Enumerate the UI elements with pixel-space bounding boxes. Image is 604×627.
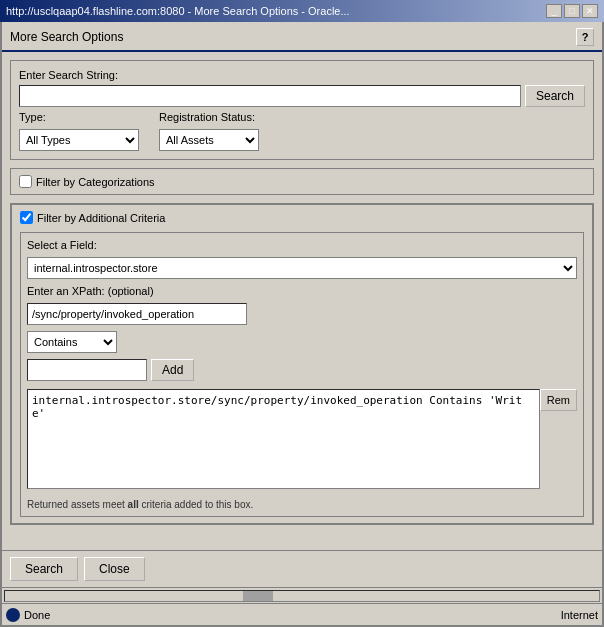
criteria-note: Returned assets meet all criteria added … bbox=[27, 499, 577, 510]
status-text: Done bbox=[24, 609, 50, 621]
status-bar: Done Internet bbox=[2, 603, 602, 625]
note-prefix: Returned assets meet bbox=[27, 499, 128, 510]
filter-categorizations-row: Filter by Categorizations bbox=[19, 175, 585, 188]
search-bottom-button[interactable]: Search bbox=[10, 557, 78, 581]
close-window-button[interactable]: ✕ bbox=[582, 4, 598, 18]
filter-additional-checkbox[interactable] bbox=[20, 211, 33, 224]
search-string-section: Enter Search String: Search Type: All Ty… bbox=[10, 60, 594, 160]
contains-select[interactable]: Contains bbox=[27, 331, 117, 353]
scrollbar-thumb bbox=[243, 591, 273, 601]
help-button[interactable]: ? bbox=[576, 28, 594, 46]
field-select[interactable]: internal.introspector.store bbox=[27, 257, 577, 279]
select-field-group: Select a Field: internal.introspector.st… bbox=[27, 239, 577, 279]
type-group: Type: All Types bbox=[19, 111, 139, 151]
criteria-body: Select a Field: internal.introspector.st… bbox=[20, 232, 584, 517]
filter-categorizations-checkbox[interactable] bbox=[19, 175, 32, 188]
close-button[interactable]: Close bbox=[84, 557, 145, 581]
search-row: Search bbox=[19, 85, 585, 107]
registration-group: Registration Status: All Assets bbox=[159, 111, 259, 151]
criteria-result-wrapper: internal.introspector.store/sync/propert… bbox=[27, 389, 577, 489]
title-bar-text: http://usclqaap04.flashline.com:8080 - M… bbox=[6, 5, 350, 17]
filter-categorizations-section: Filter by Categorizations bbox=[10, 168, 594, 195]
title-bar-controls[interactable]: _ □ ✕ bbox=[546, 4, 598, 18]
remove-button[interactable]: Rem bbox=[540, 389, 577, 411]
note-bold: all bbox=[128, 499, 139, 510]
title-bar: http://usclqaap04.flashline.com:8080 - M… bbox=[0, 0, 604, 22]
zone-text: Internet bbox=[561, 609, 598, 621]
select-field-label: Select a Field: bbox=[27, 239, 577, 251]
bottom-bar: Search Close bbox=[2, 550, 602, 587]
criteria-result-box: internal.introspector.store/sync/propert… bbox=[27, 389, 540, 489]
type-row: Type: All Types Registration Status: All… bbox=[19, 111, 585, 151]
add-value-input[interactable] bbox=[27, 359, 147, 381]
type-label: Type: bbox=[19, 111, 139, 123]
maximize-button[interactable]: □ bbox=[564, 4, 580, 18]
status-icon bbox=[6, 608, 20, 622]
type-select[interactable]: All Types bbox=[19, 129, 139, 151]
criteria-header: Filter by Additional Criteria bbox=[20, 211, 584, 224]
search-input[interactable] bbox=[19, 85, 521, 107]
xpath-input[interactable] bbox=[27, 303, 247, 325]
add-row: Add bbox=[27, 359, 577, 381]
criteria-section: Filter by Additional Criteria Select a F… bbox=[10, 203, 594, 525]
filter-categorizations-label: Filter by Categorizations bbox=[36, 176, 155, 188]
note-suffix: criteria added to this box. bbox=[139, 499, 254, 510]
search-string-label: Enter Search String: bbox=[19, 69, 585, 81]
xpath-label: Enter an XPath: (optional) bbox=[27, 285, 577, 297]
minimize-button[interactable]: _ bbox=[546, 4, 562, 18]
registration-select[interactable]: All Assets bbox=[159, 129, 259, 151]
horizontal-scrollbar[interactable] bbox=[4, 590, 600, 602]
filter-additional-label: Filter by Additional Criteria bbox=[37, 212, 165, 224]
search-top-button[interactable]: Search bbox=[525, 85, 585, 107]
window-title-bar: More Search Options ? bbox=[2, 22, 602, 52]
scrollbar-area bbox=[2, 587, 602, 603]
window-title-text: More Search Options bbox=[10, 30, 123, 44]
window-frame: More Search Options ? Enter Search Strin… bbox=[0, 22, 604, 627]
contains-row: Contains bbox=[27, 331, 577, 353]
add-button[interactable]: Add bbox=[151, 359, 194, 381]
xpath-group: Enter an XPath: (optional) bbox=[27, 285, 577, 325]
main-content: Enter Search String: Search Type: All Ty… bbox=[2, 52, 602, 550]
title-bar-left: http://usclqaap04.flashline.com:8080 - M… bbox=[6, 5, 350, 17]
registration-label: Registration Status: bbox=[159, 111, 259, 123]
